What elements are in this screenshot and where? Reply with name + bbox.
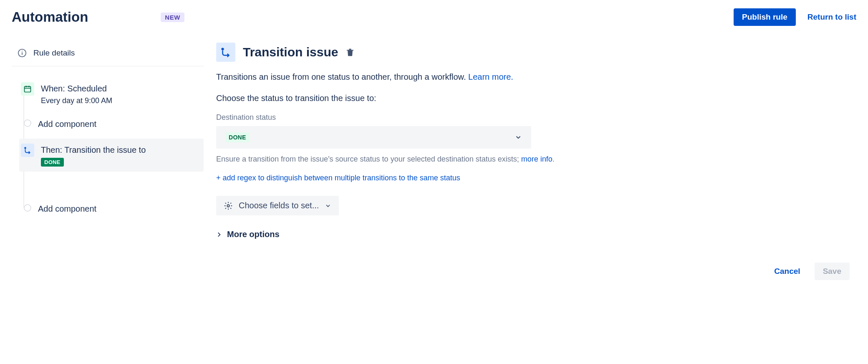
return-to-list-link[interactable]: Return to list bbox=[807, 13, 856, 22]
svg-point-7 bbox=[24, 147, 26, 149]
node-subtitle: Every day at 9:00 AM bbox=[41, 96, 199, 105]
node-title: Then: Transition the issue to bbox=[41, 144, 199, 155]
svg-point-2 bbox=[22, 51, 23, 52]
save-button[interactable]: Save bbox=[815, 263, 850, 280]
rule-sidebar: Rule details When: Scheduled Every day a… bbox=[12, 43, 204, 280]
chevron-right-icon bbox=[216, 232, 222, 238]
destination-status-select[interactable]: DONE bbox=[216, 126, 531, 149]
more-options-toggle[interactable]: More options bbox=[216, 230, 852, 239]
svg-rect-10 bbox=[347, 50, 354, 51]
rule-details-button[interactable]: Rule details bbox=[12, 43, 204, 63]
more-info-link[interactable]: more info bbox=[521, 155, 553, 163]
node-title: When: Scheduled bbox=[41, 83, 199, 94]
new-badge: NEW bbox=[161, 13, 184, 22]
transition-icon bbox=[216, 43, 235, 62]
calendar-icon bbox=[21, 82, 34, 96]
svg-rect-3 bbox=[25, 86, 31, 92]
publish-rule-button[interactable]: Publish rule bbox=[734, 8, 796, 26]
add-component-button[interactable]: Add component bbox=[19, 114, 204, 133]
svg-point-8 bbox=[221, 48, 224, 50]
helper-text: Ensure a transition from the issue's sou… bbox=[216, 154, 592, 164]
add-regex-link[interactable]: + add regex to distinguish between multi… bbox=[216, 174, 852, 182]
page-title: Automation bbox=[12, 9, 88, 25]
delete-icon[interactable] bbox=[346, 47, 355, 57]
choose-fields-button[interactable]: Choose fields to set... bbox=[216, 196, 339, 215]
hollow-marker bbox=[24, 204, 31, 212]
add-component-button[interactable]: Add component bbox=[19, 199, 204, 217]
svg-rect-9 bbox=[349, 49, 352, 50]
chevron-down-icon bbox=[325, 202, 331, 209]
panel-description: Transitions an issue from one status to … bbox=[216, 71, 852, 83]
choose-status-label: Choose the status to transition the issu… bbox=[216, 94, 852, 103]
node-title: Add component bbox=[38, 119, 199, 129]
choose-fields-label: Choose fields to set... bbox=[239, 201, 319, 210]
chevron-down-icon bbox=[515, 134, 522, 141]
gear-icon bbox=[224, 201, 233, 210]
cancel-button[interactable]: Cancel bbox=[772, 266, 802, 276]
selected-status-badge: DONE bbox=[225, 132, 250, 142]
node-title: Add component bbox=[38, 203, 199, 214]
trigger-node-scheduled[interactable]: When: Scheduled Every day at 9:00 AM bbox=[19, 79, 204, 109]
status-badge: DONE bbox=[41, 158, 64, 167]
more-options-label: More options bbox=[227, 230, 280, 239]
learn-more-link[interactable]: Learn more. bbox=[468, 72, 513, 81]
component-editor: Transition issue Transitions an issue fr… bbox=[204, 43, 856, 280]
panel-title: Transition issue bbox=[243, 45, 338, 59]
svg-point-11 bbox=[227, 205, 230, 207]
destination-status-label: Destination status bbox=[216, 113, 852, 122]
hollow-marker bbox=[24, 119, 31, 127]
info-icon bbox=[18, 48, 27, 58]
transition-icon bbox=[21, 144, 34, 157]
rule-details-label: Rule details bbox=[33, 48, 75, 58]
divider bbox=[12, 66, 204, 66]
action-node-transition[interactable]: Then: Transition the issue to DONE bbox=[19, 139, 204, 172]
